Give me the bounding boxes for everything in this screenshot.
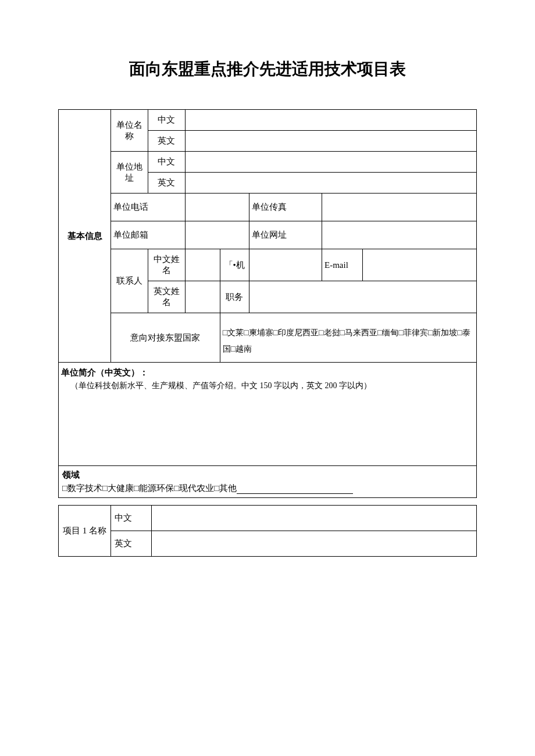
page-title: 面向东盟重点推介先进适用技术项目表: [58, 58, 477, 80]
contact-email-label: E-mail: [322, 249, 363, 281]
unit-website-input[interactable]: [322, 221, 477, 249]
unit-fax-label: 单位传真: [249, 194, 322, 221]
contact-en-name-label: 英文姓名: [148, 281, 185, 313]
basic-info-table: 基本信息 单位名称 中文 英文 单位地址 中文 英文 单位电话 单位传真 单位邮…: [58, 109, 477, 363]
contact-mobile-label: 「•机: [220, 249, 249, 281]
contact-cn-name-input[interactable]: [185, 249, 220, 281]
unit-email-input[interactable]: [185, 221, 249, 249]
unit-address-cn-input[interactable]: [185, 152, 476, 173]
basic-info-header: 基本信息: [59, 110, 111, 363]
intro-hint: （单位科技创新水平、生产规模、产值等介绍。中文 150 字以内，英文 200 字…: [59, 378, 477, 396]
domain-other-blank[interactable]: [237, 493, 353, 494]
domain-table: 领域 □数字技术□大健康□能源环保□现代农业□其他: [58, 466, 477, 498]
unit-phone-label: 单位电话: [111, 194, 186, 221]
unit-name-cn-label: 中文: [148, 110, 185, 131]
unit-name-cn-input[interactable]: [185, 110, 476, 131]
project1-name-label: 项目 1 名称: [59, 505, 111, 556]
project1-en-label: 英文: [111, 531, 152, 556]
target-countries-options[interactable]: □文莱□柬埔寨□印度尼西亚□老挝□马来西亚□缅甸□菲律宾□新加坡□泰国□越南: [220, 313, 476, 363]
domain-options[interactable]: □数字技术□大健康□能源环保□现代农业□其他: [62, 483, 237, 493]
unit-website-label: 单位网址: [249, 221, 322, 249]
domain-options-cell[interactable]: □数字技术□大健康□能源环保□现代农业□其他: [59, 482, 477, 498]
unit-name-label: 单位名称: [111, 110, 148, 152]
contact-position-label: 职务: [220, 281, 249, 313]
unit-name-en-input[interactable]: [185, 131, 476, 152]
contact-email-input[interactable]: [363, 249, 477, 281]
intro-title: 单位简介（中英文）：: [61, 368, 148, 377]
unit-phone-input[interactable]: [185, 194, 249, 221]
intro-table: 单位简介（中英文）： （单位科技创新水平、生产规模、产值等介绍。中文 150 字…: [58, 363, 477, 466]
contact-cn-name-label: 中文姓名: [148, 249, 185, 281]
intro-body-input[interactable]: [59, 396, 477, 465]
contact-position-input[interactable]: [249, 281, 476, 313]
unit-fax-input[interactable]: [322, 194, 477, 221]
unit-email-label: 单位邮箱: [111, 221, 186, 249]
project1-table: 项目 1 名称 中文 英文: [58, 505, 477, 557]
unit-address-en-label: 英文: [148, 173, 185, 194]
domain-title: 领域: [59, 466, 477, 482]
unit-address-label: 单位地址: [111, 152, 148, 194]
project1-en-input[interactable]: [152, 531, 477, 556]
contact-label: 联系人: [111, 249, 148, 313]
unit-address-cn-label: 中文: [148, 152, 185, 173]
unit-name-en-label: 英文: [148, 131, 185, 152]
project1-cn-input[interactable]: [152, 505, 477, 531]
contact-mobile-input[interactable]: [249, 249, 322, 281]
project1-cn-label: 中文: [111, 505, 152, 531]
target-countries-label: 意向对接东盟国家: [111, 313, 220, 363]
contact-en-name-input[interactable]: [185, 281, 220, 313]
unit-address-en-input[interactable]: [185, 173, 476, 194]
